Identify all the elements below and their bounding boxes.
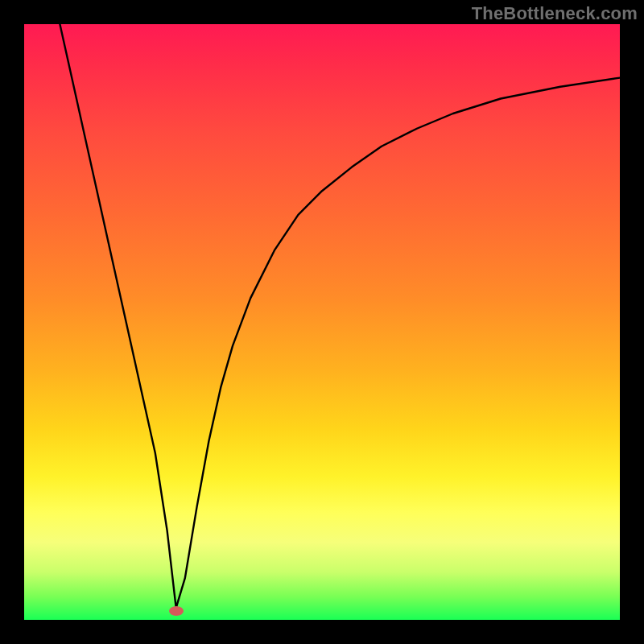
bottleneck-curve [60,24,620,608]
plot-area [24,24,620,620]
watermark-label: TheBottleneck.com [472,3,638,24]
minimum-marker [169,606,184,616]
curve-svg [24,24,620,620]
chart-frame: TheBottleneck.com [0,0,644,644]
